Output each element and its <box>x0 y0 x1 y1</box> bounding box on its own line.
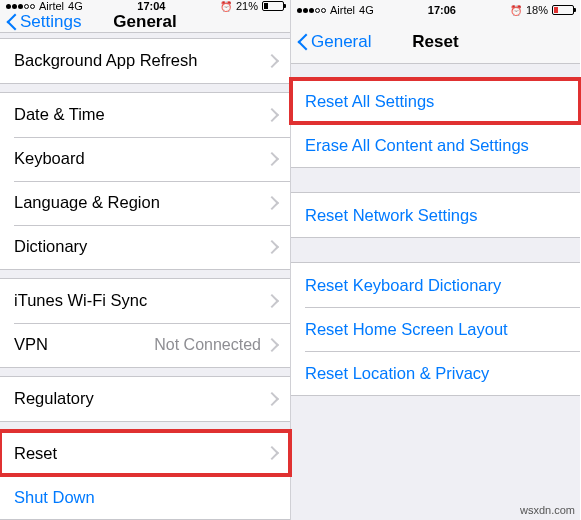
row-reset-keyboard-dictionary[interactable]: Reset Keyboard Dictionary <box>291 263 580 307</box>
chevron-right-icon <box>267 338 276 352</box>
battery-icon <box>552 5 574 15</box>
row-reset-location-privacy[interactable]: Reset Location & Privacy <box>291 351 580 395</box>
screen-reset: Airtel 4G 17:06 ⏰ 18% General Reset Rese… <box>290 0 580 520</box>
row-regulatory[interactable]: Regulatory <box>0 377 290 421</box>
back-button[interactable]: Settings <box>0 12 81 32</box>
back-label: General <box>311 32 371 52</box>
row-value: Not Connected <box>154 336 261 354</box>
alarm-icon: ⏰ <box>220 1 232 12</box>
row-label: Language & Region <box>14 193 267 212</box>
row-label: Regulatory <box>14 389 267 408</box>
row-label: Reset Location & Privacy <box>305 364 566 383</box>
row-label: Shut Down <box>14 488 276 507</box>
carrier-label: Airtel <box>330 4 355 16</box>
chevron-right-icon <box>267 152 276 166</box>
row-label: Reset Keyboard Dictionary <box>305 276 566 295</box>
signal-icon <box>297 8 326 13</box>
chevron-right-icon <box>267 196 276 210</box>
row-label: Dictionary <box>14 237 267 256</box>
row-label: Background App Refresh <box>14 51 267 70</box>
chevron-right-icon <box>267 446 276 460</box>
nav-bar: Settings General <box>0 12 290 33</box>
row-itunes-wifi-sync[interactable]: iTunes Wi-Fi Sync <box>0 279 290 323</box>
row-label: Reset Network Settings <box>305 206 566 225</box>
clock: 17:04 <box>137 0 165 12</box>
chevron-right-icon <box>267 392 276 406</box>
row-keyboard[interactable]: Keyboard <box>0 137 290 181</box>
row-label: VPN <box>14 335 154 354</box>
alarm-icon: ⏰ <box>510 5 522 16</box>
back-label: Settings <box>20 12 81 32</box>
status-bar: Airtel 4G 17:06 ⏰ 18% <box>291 0 580 20</box>
row-label: Reset <box>14 444 267 463</box>
row-language-region[interactable]: Language & Region <box>0 181 290 225</box>
row-vpn[interactable]: VPN Not Connected <box>0 323 290 367</box>
row-dictionary[interactable]: Dictionary <box>0 225 290 269</box>
row-label: Date & Time <box>14 105 267 124</box>
chevron-left-icon <box>6 12 18 32</box>
chevron-left-icon <box>297 32 309 52</box>
row-label: Reset All Settings <box>305 92 566 111</box>
screen-general: Airtel 4G 17:04 ⏰ 21% Settings General B… <box>0 0 290 520</box>
chevron-right-icon <box>267 108 276 122</box>
row-erase-all-content[interactable]: Erase All Content and Settings <box>291 123 580 167</box>
row-reset[interactable]: Reset <box>0 431 290 475</box>
status-bar: Airtel 4G 17:04 ⏰ 21% <box>0 0 290 12</box>
battery-pct: 21% <box>236 0 258 12</box>
row-label: Reset Home Screen Layout <box>305 320 566 339</box>
watermark: wsxdn.com <box>520 504 575 516</box>
row-shut-down[interactable]: Shut Down <box>0 475 290 519</box>
chevron-right-icon <box>267 294 276 308</box>
row-reset-network-settings[interactable]: Reset Network Settings <box>291 193 580 237</box>
chevron-right-icon <box>267 240 276 254</box>
row-label: iTunes Wi-Fi Sync <box>14 291 267 310</box>
signal-icon <box>6 4 35 9</box>
row-date-time[interactable]: Date & Time <box>0 93 290 137</box>
clock: 17:06 <box>428 4 456 16</box>
battery-pct: 18% <box>526 4 548 16</box>
network-label: 4G <box>68 0 83 12</box>
row-label: Keyboard <box>14 149 267 168</box>
back-button[interactable]: General <box>291 32 371 52</box>
row-reset-all-settings[interactable]: Reset All Settings <box>291 79 580 123</box>
chevron-right-icon <box>267 54 276 68</box>
row-reset-home-screen-layout[interactable]: Reset Home Screen Layout <box>291 307 580 351</box>
row-background-app-refresh[interactable]: Background App Refresh <box>0 39 290 83</box>
carrier-label: Airtel <box>39 0 64 12</box>
battery-icon <box>262 1 284 11</box>
network-label: 4G <box>359 4 374 16</box>
nav-bar: General Reset <box>291 20 580 64</box>
row-label: Erase All Content and Settings <box>305 136 566 155</box>
